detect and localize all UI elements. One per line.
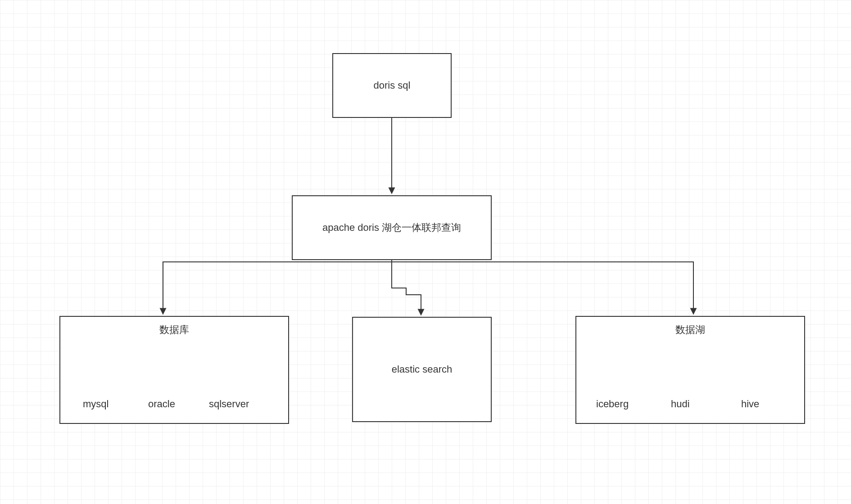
edge-federation-to-datalake [392, 260, 693, 314]
node-database-item-sqlserver: sqlserver [209, 397, 249, 411]
node-database-item-oracle: oracle [148, 397, 175, 411]
edge-federation-to-database [163, 260, 392, 314]
node-database[interactable]: 数据库 mysql oracle sqlserver [59, 316, 289, 424]
node-datalake-item-hudi: hudi [671, 397, 690, 411]
node-database-item-mysql: mysql [83, 397, 109, 411]
node-elastic-label: elastic search [392, 363, 453, 377]
node-elastic[interactable]: elastic search [352, 317, 492, 422]
node-doris-sql-label: doris sql [374, 79, 411, 93]
node-federation-label: apache doris 湖仓一体联邦查询 [322, 221, 461, 235]
node-doris-sql[interactable]: doris sql [332, 53, 452, 118]
node-datalake-item-hive: hive [741, 397, 759, 411]
node-database-title: 数据库 [60, 323, 288, 337]
diagram-canvas: doris sql apache doris 湖仓一体联邦查询 数据库 mysq… [0, 0, 851, 504]
node-datalake-title: 数据湖 [576, 323, 804, 337]
edge-federation-to-elastic [392, 260, 421, 315]
node-federation[interactable]: apache doris 湖仓一体联邦查询 [292, 195, 492, 260]
node-datalake[interactable]: 数据湖 iceberg hudi hive [575, 316, 805, 424]
node-datalake-item-iceberg: iceberg [596, 397, 629, 411]
